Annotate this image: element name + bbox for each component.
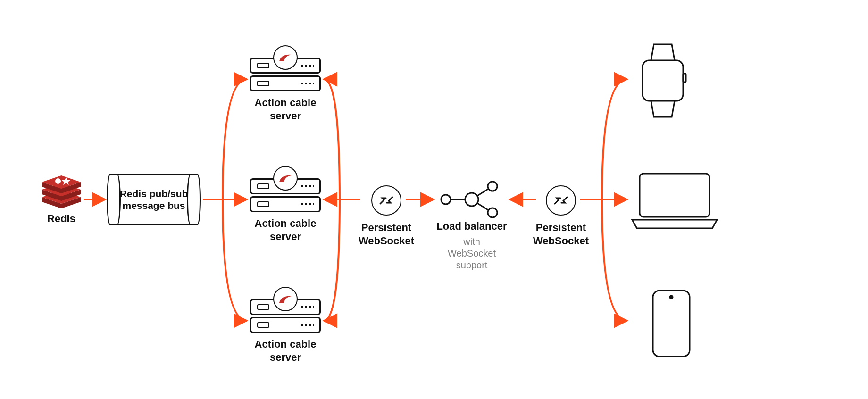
svg-point-3 — [488, 208, 497, 217]
svg-rect-10 — [653, 291, 690, 357]
bus-label-2: message bus — [122, 200, 185, 211]
action-cable-server-2: Action cable server — [250, 178, 321, 243]
svg-rect-8 — [683, 74, 686, 82]
load-balancer: Load balancer with WebSocket support — [431, 220, 512, 271]
redis-label: Redis — [33, 212, 90, 225]
websocket-icon — [546, 185, 576, 216]
svg-rect-9 — [640, 174, 709, 217]
diagram-stage: Redis Redis pub/sub message bus Action c… — [0, 0, 868, 399]
redis-node: Redis — [33, 175, 90, 225]
redis-icon — [40, 175, 83, 210]
rails-icon — [273, 287, 298, 311]
action-cable-server-3: Action cable server — [250, 299, 321, 364]
websocket-right: Persistent WebSocket — [530, 185, 592, 247]
rails-icon — [273, 166, 298, 191]
svg-point-2 — [488, 182, 497, 191]
message-bus: Redis pub/sub message bus — [107, 174, 201, 225]
svg-line-6 — [477, 203, 489, 210]
svg-rect-7 — [643, 60, 683, 101]
load-balancer-icon — [441, 182, 497, 217]
svg-point-0 — [465, 193, 478, 206]
svg-line-5 — [477, 189, 489, 196]
smartwatch-icon — [643, 44, 686, 117]
websocket-left: Persistent WebSocket — [356, 185, 417, 247]
action-cable-server-1: Action cable server — [250, 58, 321, 122]
laptop-icon — [632, 174, 717, 228]
svg-point-1 — [441, 195, 451, 204]
bus-label-1: Redis pub/sub — [120, 188, 188, 199]
rails-icon — [273, 45, 298, 70]
svg-point-11 — [670, 296, 673, 299]
svg-point-18 — [55, 178, 61, 184]
websocket-icon — [371, 185, 401, 216]
lb-label: Load balancer — [431, 220, 512, 233]
phone-icon — [653, 291, 690, 357]
